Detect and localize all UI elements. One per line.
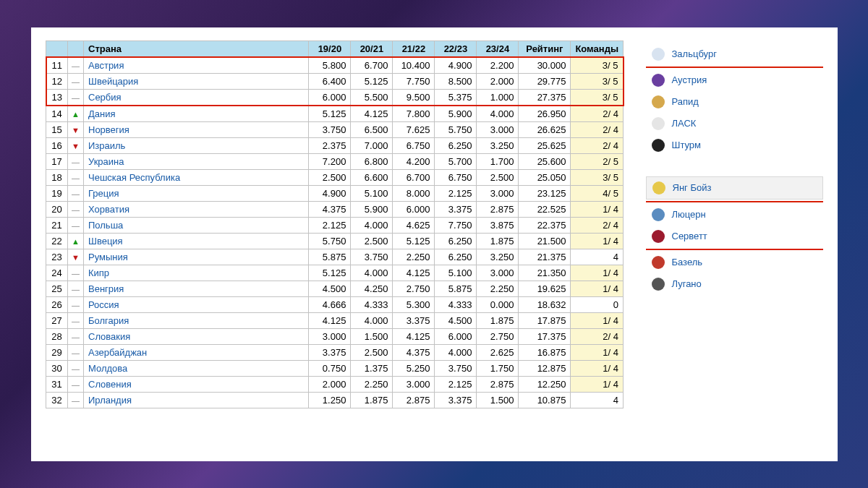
trend-icon: — bbox=[68, 169, 84, 185]
cell-s3: 6.000 bbox=[393, 201, 435, 217]
cell-country[interactable]: Чешская Республика bbox=[84, 169, 309, 185]
cell-country[interactable]: Молдова bbox=[84, 360, 309, 376]
cell-teams: 2/ 4 bbox=[571, 217, 624, 233]
cell-country[interactable]: Болгария bbox=[84, 312, 309, 328]
cell-s3: 2.750 bbox=[393, 281, 435, 296]
cell-s3: 7.800 bbox=[393, 106, 435, 122]
cell-rank: 22 bbox=[46, 233, 68, 249]
sidebar-team[interactable]: Аустрия bbox=[646, 69, 823, 91]
cell-country[interactable]: Греция bbox=[84, 185, 309, 201]
cell-country[interactable]: Хорватия bbox=[84, 201, 309, 217]
table-row: 25—Венгрия4.5004.2502.7505.8752.25019.62… bbox=[46, 281, 624, 296]
cell-s1: 2.375 bbox=[309, 137, 351, 153]
cell-country[interactable]: Сербия bbox=[84, 89, 309, 106]
team-name: Люцерн bbox=[672, 209, 706, 220]
cell-country[interactable]: Швейцария bbox=[84, 73, 309, 89]
cell-rank: 26 bbox=[46, 296, 68, 312]
cell-country[interactable]: Азербайджан bbox=[84, 344, 309, 360]
team-logo-icon bbox=[652, 181, 665, 194]
cell-rating: 19.625 bbox=[519, 281, 571, 296]
cell-rank: 29 bbox=[46, 344, 68, 360]
cell-country[interactable]: Дания bbox=[84, 106, 309, 122]
sidebar-team[interactable]: Рапид bbox=[646, 91, 823, 113]
sidebar-team[interactable]: Штурм bbox=[646, 134, 823, 156]
sidebar-team[interactable]: Зальцбург bbox=[646, 43, 823, 65]
cell-country[interactable]: Румыния bbox=[84, 249, 309, 265]
cell-rating: 18.632 bbox=[519, 296, 571, 312]
cell-s5: 1.500 bbox=[477, 392, 519, 408]
cell-country[interactable]: Украина bbox=[84, 153, 309, 169]
cell-s3: 2.875 bbox=[393, 392, 435, 408]
cell-s4: 4.500 bbox=[435, 312, 477, 328]
cell-s5: 2.875 bbox=[477, 201, 519, 217]
sidebar-team[interactable]: Серветт bbox=[646, 226, 823, 247]
table-row: 26—Россия4.6664.3335.3004.3330.00018.632… bbox=[46, 296, 624, 312]
table-row: 18—Чешская Республика2.5006.6006.7006.75… bbox=[46, 169, 624, 185]
cell-rating: 21.375 bbox=[519, 249, 571, 265]
table-row: 16▼Израиль2.3757.0006.7506.2503.25025.62… bbox=[46, 137, 624, 153]
table-row: 12—Швейцария6.4005.1257.7508.5002.00029.… bbox=[46, 73, 624, 89]
cell-country[interactable]: Норвегия bbox=[84, 121, 309, 137]
cell-s5: 3.875 bbox=[477, 217, 519, 233]
cell-teams: 4 bbox=[571, 392, 624, 408]
cell-country[interactable]: Израиль bbox=[84, 137, 309, 153]
cell-country[interactable]: Швеция bbox=[84, 233, 309, 249]
cell-s4: 3.375 bbox=[435, 392, 477, 408]
cell-rating: 12.250 bbox=[519, 376, 571, 392]
cell-rank: 20 bbox=[46, 201, 68, 217]
trend-icon: — bbox=[68, 265, 84, 281]
cell-s5: 4.000 bbox=[477, 106, 519, 122]
content-panel: Страна 19/20 20/21 21/22 22/23 23/24 Рей… bbox=[31, 27, 838, 461]
cell-s4: 6.000 bbox=[435, 328, 477, 344]
separator bbox=[646, 249, 823, 250]
table-row: 17—Украина7.2006.8004.2005.7001.70025.60… bbox=[46, 153, 624, 169]
cell-country[interactable]: Польша bbox=[84, 217, 309, 233]
cell-s4: 8.500 bbox=[435, 73, 477, 89]
cell-s2: 6.500 bbox=[351, 121, 393, 137]
cell-country[interactable]: Венгрия bbox=[84, 281, 309, 296]
table-row: 15▼Норвегия3.7506.5007.6255.7503.00026.6… bbox=[46, 121, 624, 137]
cell-teams: 4/ 5 bbox=[571, 185, 624, 201]
cell-s5: 3.250 bbox=[477, 137, 519, 153]
cell-rank: 15 bbox=[46, 121, 68, 137]
cell-teams: 1/ 4 bbox=[571, 265, 624, 281]
cell-s4: 4.333 bbox=[435, 296, 477, 312]
cell-s2: 4.125 bbox=[351, 106, 393, 122]
cell-s2: 2.250 bbox=[351, 376, 393, 392]
cell-s3: 4.625 bbox=[393, 217, 435, 233]
cell-rating: 27.375 bbox=[519, 89, 571, 106]
trend-icon: — bbox=[68, 217, 84, 233]
cell-s4: 6.250 bbox=[435, 137, 477, 153]
cell-s2: 5.500 bbox=[351, 89, 393, 106]
cell-rank: 17 bbox=[46, 153, 68, 169]
sidebar-team[interactable]: Люцерн bbox=[646, 204, 823, 226]
sidebar-team[interactable]: Янг Бойз bbox=[646, 176, 823, 200]
cell-country[interactable]: Кипр bbox=[84, 265, 309, 281]
table-row: 29—Азербайджан3.3752.5004.3754.0002.6251… bbox=[46, 344, 624, 360]
table-row: 11—Австрия5.8006.70010.4004.9002.20030.0… bbox=[46, 57, 624, 74]
trend-icon: — bbox=[68, 328, 84, 344]
cell-teams: 1/ 4 bbox=[571, 281, 624, 296]
sidebar-team[interactable]: ЛАСК bbox=[646, 113, 823, 134]
cell-teams: 1/ 4 bbox=[571, 233, 624, 249]
cell-s4: 4.000 bbox=[435, 344, 477, 360]
cell-s1: 4.900 bbox=[309, 185, 351, 201]
cell-s4: 5.750 bbox=[435, 121, 477, 137]
cell-country[interactable]: Словения bbox=[84, 376, 309, 392]
cell-country[interactable]: Австрия bbox=[84, 57, 309, 74]
cell-s5: 3.000 bbox=[477, 185, 519, 201]
ranking-table: Страна 19/20 20/21 21/22 22/23 23/24 Рей… bbox=[46, 40, 624, 408]
col-s2: 20/21 bbox=[351, 40, 393, 57]
trend-icon: — bbox=[68, 344, 84, 360]
sidebar-team[interactable]: Лугано bbox=[646, 273, 823, 295]
cell-s3: 4.375 bbox=[393, 344, 435, 360]
table-row: 23▼Румыния5.8753.7502.2506.2503.25021.37… bbox=[46, 249, 624, 265]
cell-rank: 21 bbox=[46, 217, 68, 233]
cell-s1: 3.375 bbox=[309, 344, 351, 360]
cell-country[interactable]: Россия bbox=[84, 296, 309, 312]
cell-country[interactable]: Ирландия bbox=[84, 392, 309, 408]
sidebar-team[interactable]: Базель bbox=[646, 252, 823, 273]
cell-rating: 21.350 bbox=[519, 265, 571, 281]
cell-country[interactable]: Словакия bbox=[84, 328, 309, 344]
col-rating: Рейтинг bbox=[519, 40, 571, 57]
